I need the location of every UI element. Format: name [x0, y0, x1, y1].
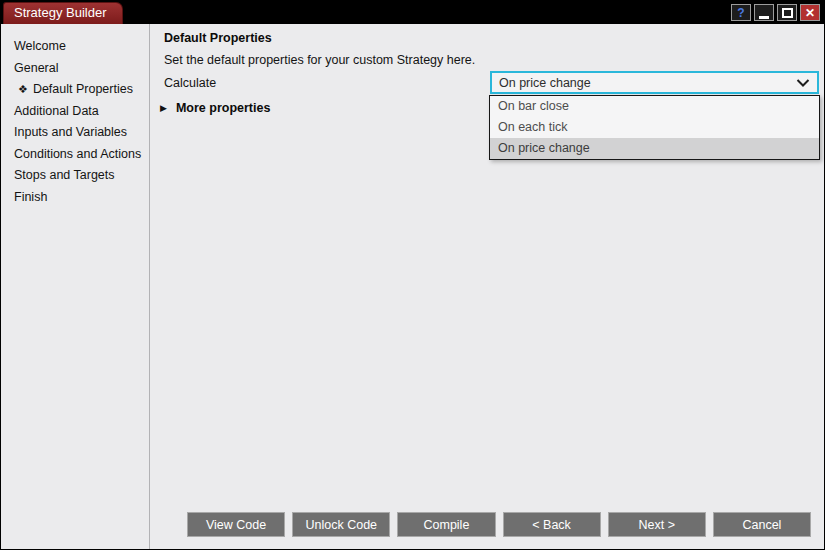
wizard-nav-sidebar: Welcome General ❖ Default Properties Add… [1, 24, 150, 549]
compile-button[interactable]: Compile [397, 512, 495, 537]
maximize-icon [782, 8, 793, 18]
sidebar-item-stops-and-targets[interactable]: Stops and Targets [1, 165, 149, 187]
close-button[interactable]: ✕ [800, 4, 820, 21]
more-properties-toggle[interactable]: ▶ More properties [160, 101, 270, 115]
more-properties-label: More properties [176, 101, 270, 115]
titlebar-buttons: ? ✕ [731, 4, 820, 21]
calculate-dropdown[interactable]: On price change [490, 71, 819, 94]
calculate-label: Calculate [164, 76, 216, 90]
window-title-tab: Strategy Builder [3, 2, 123, 24]
window-title: Strategy Builder [14, 5, 107, 20]
sidebar-item-conditions-and-actions[interactable]: Conditions and Actions [1, 144, 149, 166]
sidebar-item-welcome[interactable]: Welcome [1, 36, 149, 58]
footer-button-bar: View Code Unlock Code Compile < Back Nex… [187, 512, 811, 537]
dropdown-option-on-each-tick[interactable]: On each tick [490, 117, 819, 138]
dropdown-option-on-price-change[interactable]: On price change [490, 138, 819, 159]
maximize-button[interactable] [777, 4, 797, 21]
calculate-dropdown-list: On bar close On each tick On price chang… [489, 95, 820, 160]
page-title: Default Properties [164, 31, 272, 45]
chevron-down-icon [796, 79, 810, 87]
sidebar-item-finish[interactable]: Finish [1, 187, 149, 209]
calculate-dropdown-value: On price change [499, 76, 591, 90]
unlock-code-button[interactable]: Unlock Code [292, 512, 390, 537]
title-bar: Strategy Builder ? ✕ [1, 1, 824, 24]
page-subtitle: Set the default properties for your cust… [164, 53, 475, 67]
close-icon: ✕ [805, 7, 815, 19]
view-code-button[interactable]: View Code [187, 512, 285, 537]
sidebar-item-general[interactable]: General [1, 58, 149, 80]
expander-triangle-icon: ▶ [160, 103, 167, 113]
cancel-button[interactable]: Cancel [713, 512, 811, 537]
help-button[interactable]: ? [731, 4, 751, 21]
next-button[interactable]: Next > [608, 512, 706, 537]
minimize-icon [759, 16, 769, 19]
help-icon: ? [737, 7, 744, 19]
sidebar-item-label: Default Properties [33, 79, 133, 101]
sidebar-item-additional-data[interactable]: Additional Data [1, 101, 149, 123]
strategy-builder-window: Strategy Builder ? ✕ Welcome General ❖ D… [0, 0, 825, 550]
sidebar-item-default-properties[interactable]: ❖ Default Properties [1, 79, 149, 101]
minimize-button[interactable] [754, 4, 774, 21]
dropdown-option-on-bar-close[interactable]: On bar close [490, 96, 819, 117]
back-button[interactable]: < Back [503, 512, 601, 537]
sidebar-item-inputs-and-variables[interactable]: Inputs and Variables [1, 122, 149, 144]
active-step-icon: ❖ [18, 79, 28, 101]
